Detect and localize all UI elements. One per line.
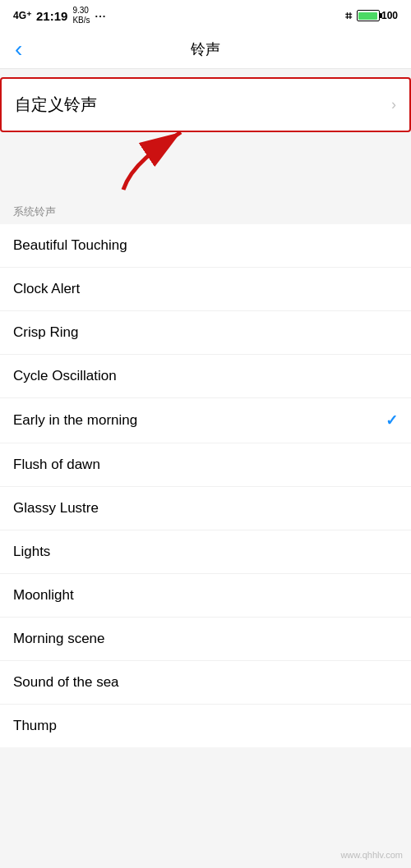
ringtone-name: Crisp Ring [13,324,78,341]
ringtone-item[interactable]: Sound of the sea [0,661,411,705]
ringtone-name: Thump [13,718,57,734]
page-title: 铃声 [191,39,220,59]
ringtone-item[interactable]: Cycle Oscillation [0,355,411,398]
arrow-annotation [0,132,411,198]
ringtone-item[interactable]: Beautiful Touching [0,224,411,268]
network-type: 4G⁺ [13,10,31,21]
ringtone-item[interactable]: Lights [0,530,411,574]
custom-ringtone-row[interactable]: 自定义铃声 › [0,77,411,132]
dots: ··· [95,10,107,22]
ringtone-item[interactable]: Glassy Lustre [0,487,411,530]
battery-percent: 100 [381,10,398,21]
ringtone-item[interactable]: Clock Alert [0,268,411,311]
ringtone-item[interactable]: Flush of dawn [0,443,411,487]
ringtone-list: Beautiful TouchingClock AlertCrisp RingC… [0,224,411,747]
ringtone-name: Clock Alert [13,281,80,297]
ringtone-name: Lights [13,544,50,560]
battery-indicator: 100 [357,10,398,21]
ringtone-name: Flush of dawn [13,457,100,473]
ringtone-item[interactable]: Thump [0,705,411,747]
ringtone-name: Glassy Lustre [13,500,99,517]
ringtone-item[interactable]: Moonlight [0,574,411,618]
wifi-icon: ⌗ [345,9,352,23]
status-bar: 4G⁺ 21:19 9.30KB/s ··· ⌗ 100 [0,0,411,30]
ringtone-name: Moonlight [13,587,74,604]
ringtone-name: Morning scene [13,631,105,647]
custom-ringtone-label: 自定义铃声 [15,94,97,116]
ringtone-item[interactable]: Early in the morning✓ [0,398,411,443]
ringtone-item[interactable]: Crisp Ring [0,311,411,355]
ringtone-name: Cycle Oscillation [13,368,117,384]
ringtone-name: Early in the morning [13,412,137,429]
section-header: 系统铃声 [0,198,411,224]
custom-ringtone-arrow-icon: › [391,96,396,113]
watermark: www.qhhlv.com [340,850,403,860]
time: 21:19 [36,9,67,23]
red-arrow-svg [107,124,206,198]
back-button[interactable]: ‹ [12,33,25,66]
data-speed: 9.30KB/s [72,6,90,25]
status-right: ⌗ 100 [345,9,398,23]
selected-checkmark: ✓ [386,411,398,429]
nav-bar: ‹ 铃声 [0,30,411,69]
ringtone-name: Sound of the sea [13,674,119,691]
status-left: 4G⁺ 21:19 9.30KB/s ··· [13,6,106,25]
ringtone-item[interactable]: Morning scene [0,618,411,661]
ringtone-name: Beautiful Touching [13,237,127,254]
